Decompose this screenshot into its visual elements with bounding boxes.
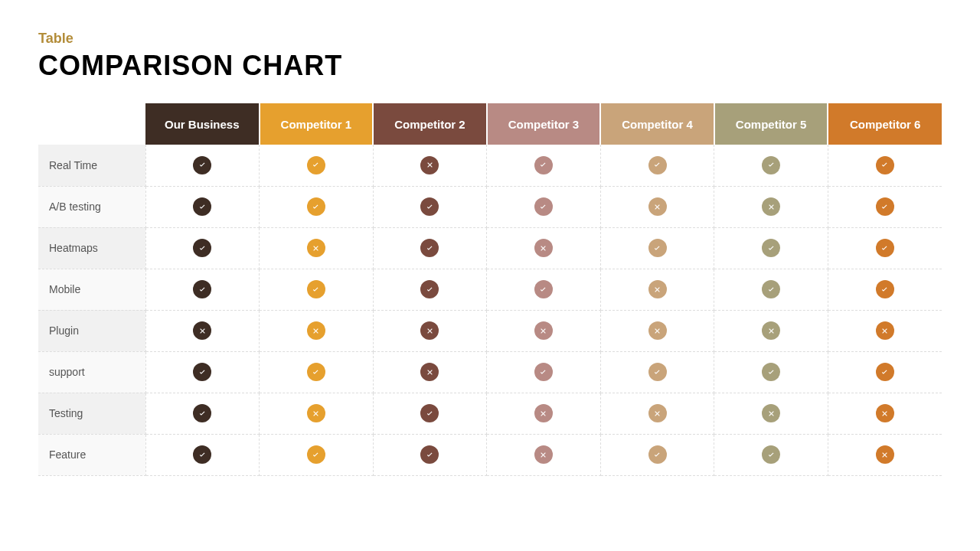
table-cell xyxy=(828,227,942,269)
check-icon xyxy=(648,239,667,257)
row-label: support xyxy=(38,351,145,393)
table-cell xyxy=(373,269,487,310)
table-cell xyxy=(487,434,601,475)
table-cell xyxy=(600,310,714,351)
table-cell xyxy=(373,227,487,269)
table-cell xyxy=(828,186,942,227)
cross-icon xyxy=(648,321,667,340)
table-cell xyxy=(714,145,828,186)
check-icon xyxy=(420,239,439,257)
cross-icon xyxy=(762,197,780,216)
check-icon xyxy=(307,197,325,216)
cross-icon xyxy=(420,363,439,381)
table-cell xyxy=(145,145,260,186)
check-icon xyxy=(534,156,553,174)
table-cell xyxy=(828,145,942,186)
cross-icon xyxy=(307,404,325,422)
table-cell xyxy=(828,393,942,434)
table-cell xyxy=(145,434,260,475)
table-cell xyxy=(600,269,714,310)
check-icon xyxy=(876,239,894,257)
table-cell xyxy=(714,227,828,269)
cross-icon xyxy=(534,404,553,422)
check-icon xyxy=(193,156,211,174)
row-label: Real Time xyxy=(38,145,145,186)
check-icon xyxy=(420,280,439,298)
cross-icon xyxy=(876,404,894,422)
column-header: Our Business xyxy=(145,103,260,145)
cross-icon xyxy=(648,197,667,216)
cross-icon xyxy=(420,321,439,340)
check-icon xyxy=(193,280,211,298)
cross-icon xyxy=(307,321,325,340)
check-icon xyxy=(193,363,211,381)
row-label: Heatmaps xyxy=(38,227,145,269)
check-icon xyxy=(876,363,894,381)
table-cell xyxy=(487,351,601,393)
table-cell xyxy=(487,393,601,434)
cross-icon xyxy=(876,445,894,464)
cross-icon xyxy=(762,321,780,340)
table-cell xyxy=(828,269,942,310)
check-icon xyxy=(420,445,439,464)
row-label: Testing xyxy=(38,393,145,434)
check-icon xyxy=(193,445,211,464)
table-cell xyxy=(600,186,714,227)
table-cell xyxy=(714,269,828,310)
check-icon xyxy=(648,445,667,464)
table-cell xyxy=(260,434,374,475)
row-label: Plugin xyxy=(38,310,145,351)
cross-icon xyxy=(648,404,667,422)
table-cell xyxy=(487,186,601,227)
table-row: Plugin xyxy=(38,310,942,351)
check-icon xyxy=(193,239,211,257)
cross-icon xyxy=(307,239,325,257)
check-icon xyxy=(307,363,325,381)
cross-icon xyxy=(420,156,439,174)
table-row: Testing xyxy=(38,393,942,434)
check-icon xyxy=(534,197,553,216)
cross-icon xyxy=(534,239,553,257)
check-icon xyxy=(534,363,553,381)
table-cell xyxy=(260,310,374,351)
check-icon xyxy=(876,197,894,216)
table-cell xyxy=(260,227,374,269)
table-cell xyxy=(145,351,260,393)
table-cell xyxy=(714,310,828,351)
check-icon xyxy=(876,280,894,298)
comparison-table: Our BusinessCompetitor 1Competitor 2Comp… xyxy=(38,103,942,476)
table-cell xyxy=(373,145,487,186)
column-header: Competitor 4 xyxy=(600,103,714,145)
table-cell xyxy=(373,310,487,351)
corner-cell xyxy=(38,103,145,145)
table-cell xyxy=(600,351,714,393)
table-cell xyxy=(373,186,487,227)
table-cell xyxy=(373,351,487,393)
check-icon xyxy=(876,156,894,174)
cross-icon xyxy=(648,280,667,298)
row-label: Mobile xyxy=(38,269,145,310)
table-row: support xyxy=(38,351,942,393)
check-icon xyxy=(193,404,211,422)
cross-icon xyxy=(534,445,553,464)
check-icon xyxy=(762,239,780,257)
column-header: Competitor 2 xyxy=(373,103,487,145)
table-cell xyxy=(714,393,828,434)
column-header: Competitor 1 xyxy=(260,103,374,145)
table-cell xyxy=(714,351,828,393)
cross-icon xyxy=(534,321,553,340)
column-header: Competitor 6 xyxy=(828,103,942,145)
table-cell xyxy=(145,227,260,269)
cross-icon xyxy=(762,404,780,422)
table-cell xyxy=(487,227,601,269)
check-icon xyxy=(534,280,553,298)
check-icon xyxy=(762,363,780,381)
table-row: Feature xyxy=(38,434,942,475)
check-icon xyxy=(420,197,439,216)
table-cell xyxy=(714,434,828,475)
check-icon xyxy=(648,363,667,381)
table-row: Heatmaps xyxy=(38,227,942,269)
table-cell xyxy=(260,145,374,186)
table-cell xyxy=(487,310,601,351)
cross-icon xyxy=(193,321,211,340)
